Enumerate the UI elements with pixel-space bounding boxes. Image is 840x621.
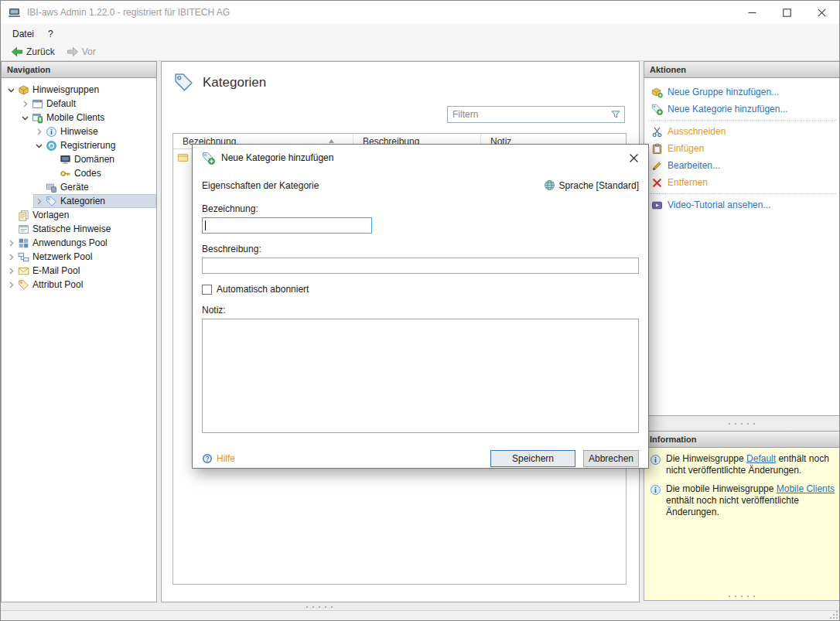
beschreibung-input[interactable] xyxy=(202,258,639,274)
new-category-dialog-icon xyxy=(202,152,215,165)
tree-item-dom-nen[interactable]: Domänen xyxy=(2,152,156,166)
video-icon xyxy=(651,200,663,211)
close-icon xyxy=(629,153,639,163)
chevron-collapsed-icon[interactable] xyxy=(5,279,17,291)
edit-icon xyxy=(651,160,663,172)
content-header: Kategorien xyxy=(162,62,639,93)
notiz-textarea[interactable] xyxy=(202,319,639,433)
action-neue-kategorie-hinzuf-gen[interactable]: Neue Kategorie hinzufügen... xyxy=(644,101,840,118)
maximize-button[interactable] xyxy=(770,1,804,24)
chevron-expanded-icon[interactable] xyxy=(33,140,45,152)
filter-funnel-icon[interactable] xyxy=(610,109,621,120)
tree-item-anwendungs-pool[interactable]: Anwendungs Pool xyxy=(2,236,156,250)
tree-item-default[interactable]: Default xyxy=(2,97,156,111)
chevron-collapsed-icon[interactable] xyxy=(33,196,45,207)
remove-icon xyxy=(651,177,663,189)
tree-item-attribut-pool[interactable]: Attribut Pool xyxy=(2,278,156,292)
key-icon xyxy=(60,168,71,179)
tag-icon xyxy=(46,196,57,207)
close-button[interactable] xyxy=(804,1,839,24)
menu-datei[interactable]: Datei xyxy=(5,26,41,43)
menu-help[interactable]: ? xyxy=(41,26,60,43)
chevron-spacer xyxy=(47,168,59,179)
minimize-button[interactable] xyxy=(735,1,770,24)
chevron-collapsed-icon[interactable] xyxy=(33,126,45,138)
action-label: Bearbeiten... xyxy=(668,160,720,171)
tree-item-e-mail-pool[interactable]: E-Mail Pool xyxy=(2,264,156,278)
navigation-panel: Navigation HinweisgruppenDefaultMobile C… xyxy=(1,61,157,602)
tree-item-label: E-Mail Pool xyxy=(32,265,84,276)
help-icon xyxy=(202,453,213,464)
language-label: Sprache [Standard] xyxy=(559,180,639,191)
language-selector[interactable]: Sprache [Standard] xyxy=(544,179,639,191)
dialog-section-label: Eigenschaften der Kategorie xyxy=(202,180,319,191)
cut-icon xyxy=(651,126,663,138)
app-window: IBI-aws Admin 1.22.0 - registriert für I… xyxy=(0,0,840,621)
actions-splitter[interactable] xyxy=(644,416,840,431)
bezeichnung-input[interactable] xyxy=(202,217,372,234)
network-icon xyxy=(18,251,29,263)
chevron-collapsed-icon[interactable] xyxy=(5,265,17,277)
information-splitter[interactable] xyxy=(644,594,840,599)
action-entfernen[interactable]: Entfernen xyxy=(644,174,840,191)
tree-item-ger-te[interactable]: Geräte xyxy=(2,180,156,194)
menubar: Datei ? xyxy=(1,24,839,43)
chevron-expanded-icon[interactable] xyxy=(5,84,17,96)
filter-row xyxy=(172,106,625,123)
tree-item-hinweisgruppen[interactable]: Hinweisgruppen xyxy=(2,83,156,97)
information-panel-header: Information xyxy=(644,431,840,448)
resize-grip-icon[interactable] xyxy=(829,610,838,619)
back-button[interactable]: Zurück xyxy=(6,44,60,60)
category-row-icon xyxy=(177,152,189,163)
tree-item-vorlagen[interactable]: Vorlagen xyxy=(2,208,156,222)
grip-dots-icon xyxy=(304,605,336,609)
abbrechen-button[interactable]: Abbrechen xyxy=(583,450,639,467)
tree-item-hinweise[interactable]: Hinweise xyxy=(2,125,156,138)
info-link-default[interactable]: Default xyxy=(746,453,776,464)
action-ausschneiden[interactable]: Ausschneiden xyxy=(644,123,840,140)
dialog-body: Eigenschaften der Kategorie Sprache [Sta… xyxy=(193,171,648,467)
actions-panel-header: Aktionen xyxy=(644,61,840,78)
close-icon xyxy=(818,9,826,17)
chevron-collapsed-icon[interactable] xyxy=(19,98,31,110)
dialog-titlebar[interactable]: Neue Kategorie hinzufügen xyxy=(193,145,648,171)
actions-separator xyxy=(648,120,836,121)
back-label: Zurück xyxy=(26,46,55,57)
tree-item-mobile-clients[interactable]: Mobile Clients xyxy=(2,111,156,125)
info-text: enthält noch nicht veröffentlichte Änder… xyxy=(666,495,799,517)
tree-item-label: Anwendungs Pool xyxy=(32,237,112,248)
tree-item-registrierung[interactable]: Registrierung xyxy=(2,138,156,152)
content-splitter[interactable] xyxy=(1,605,640,609)
navigation-panel-header: Navigation xyxy=(1,61,157,78)
info-icon xyxy=(650,484,661,496)
grip-dots-icon xyxy=(726,594,759,599)
text-caret xyxy=(205,220,206,230)
beschreibung-label: Beschreibung: xyxy=(202,244,639,254)
dialog-close-button[interactable] xyxy=(622,146,645,169)
filter-input[interactable] xyxy=(447,106,625,123)
forward-button[interactable]: Vor xyxy=(62,44,101,60)
app-icon xyxy=(8,6,21,19)
tree-item-netzwerk-pool[interactable]: Netzwerk Pool xyxy=(2,250,156,264)
chevron-expanded-icon[interactable] xyxy=(19,112,31,124)
chevron-collapsed-icon[interactable] xyxy=(5,237,17,249)
titlebar[interactable]: IBI-aws Admin 1.22.0 - registriert für I… xyxy=(1,1,839,24)
tree-item-label: Hinweisgruppen xyxy=(32,84,104,95)
action-bearbeiten[interactable]: Bearbeiten... xyxy=(644,157,840,174)
help-link[interactable]: Hilfe xyxy=(202,453,235,464)
mail-icon xyxy=(18,265,29,277)
newGroup-icon xyxy=(651,87,663,98)
action-label: Video-Tutorial ansehen... xyxy=(668,200,770,210)
chevron-collapsed-icon[interactable] xyxy=(5,251,17,263)
tree-item-codes[interactable]: Codes xyxy=(2,166,156,180)
action-einf-gen[interactable]: Einfügen xyxy=(644,140,840,157)
new-category-dialog: Neue Kategorie hinzufügen Eigenschaften … xyxy=(192,144,649,469)
tree-item-statische-hinweise[interactable]: Statische Hinweise xyxy=(2,222,156,236)
action-neue-gruppe-hinzuf-gen[interactable]: Neue Gruppe hinzufügen... xyxy=(644,84,840,101)
info-link-mobile-clients[interactable]: Mobile Clients xyxy=(777,483,835,494)
tree-item-label: Default xyxy=(46,98,80,109)
speichern-button[interactable]: Speichern xyxy=(490,450,575,467)
tree-item-kategorien[interactable]: Kategorien xyxy=(2,194,156,208)
action-video-tutorial-ansehen[interactable]: Video-Tutorial ansehen... xyxy=(644,196,840,213)
automatisch-abonniert-checkbox[interactable] xyxy=(202,285,212,295)
